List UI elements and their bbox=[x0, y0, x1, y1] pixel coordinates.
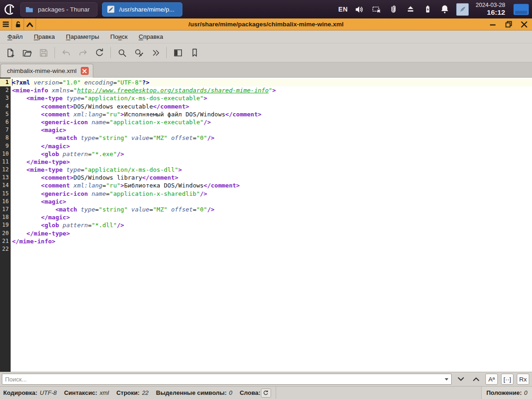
battery-icon[interactable] bbox=[422, 4, 433, 15]
workspace-switcher[interactable] bbox=[513, 3, 529, 16]
menu-help[interactable]: Справка bbox=[133, 31, 169, 42]
toolbar-new-document-button[interactable] bbox=[2, 45, 18, 60]
code-line: <comment xml:lang="ru">Библиотека DOS/Wi… bbox=[11, 181, 532, 189]
folder-icon bbox=[25, 5, 34, 14]
chimbalix-menu-button[interactable] bbox=[1, 1, 18, 18]
window-lock-button[interactable] bbox=[12, 18, 24, 30]
tab-chimbalix-mime-wine[interactable]: chimbalix-mime-wine.xml bbox=[0, 64, 93, 78]
words-label: Слова: bbox=[240, 389, 260, 396]
toolbar-find-replace-button[interactable] bbox=[130, 45, 147, 60]
redo-icon bbox=[78, 48, 88, 58]
volume-icon[interactable] bbox=[354, 4, 365, 15]
toolbar-side-pane-button[interactable] bbox=[169, 45, 186, 60]
code-line: <magic> bbox=[11, 198, 532, 206]
chevron-down-icon bbox=[457, 375, 465, 383]
code-line: <?xml version="1.0" encoding="UTF-8"?> bbox=[11, 79, 532, 86]
new-document-icon bbox=[5, 48, 16, 58]
toolbar-redo-button bbox=[74, 45, 91, 60]
syntax-value: xml bbox=[100, 389, 109, 396]
clock[interactable]: 2024-03-28 16:12 bbox=[476, 2, 505, 17]
code-line: </magic> bbox=[11, 213, 532, 221]
menu-edit[interactable]: Правка bbox=[28, 31, 60, 42]
toolbar-find-button[interactable] bbox=[114, 45, 130, 60]
task-label: /usr/share/mime/p... bbox=[119, 6, 174, 13]
feather-icon bbox=[107, 5, 115, 13]
selection-value: 0 bbox=[229, 389, 232, 396]
line-number: 11 bbox=[0, 158, 11, 166]
close-button[interactable] bbox=[516, 18, 532, 30]
clipboard-manager-icon[interactable] bbox=[388, 4, 399, 15]
toolbar-save-button bbox=[35, 45, 52, 60]
top-panel: packages - Thunar /usr/share/mime/p... E… bbox=[0, 0, 532, 18]
keyboard-layout-indicator[interactable]: EN bbox=[339, 6, 348, 13]
find-icon bbox=[117, 48, 127, 58]
menu-file[interactable]: Файл bbox=[2, 31, 28, 42]
refresh-icon bbox=[263, 390, 269, 396]
taskbar-item-featherpad[interactable]: /usr/share/mime/p... bbox=[102, 2, 182, 17]
restore-icon bbox=[505, 20, 513, 28]
lines-label: Строки: bbox=[116, 389, 139, 396]
position-label: Положение: bbox=[486, 389, 522, 396]
window-controls bbox=[485, 18, 532, 30]
toolbar-bookmark-button[interactable] bbox=[186, 45, 203, 60]
open-file-icon bbox=[22, 48, 32, 58]
match-case-toggle[interactable]: Aª bbox=[485, 374, 498, 385]
code-line: <magic> bbox=[11, 126, 532, 134]
line-number: 16 bbox=[0, 198, 11, 206]
line-number: 10 bbox=[0, 150, 11, 158]
notifications-bell-icon[interactable] bbox=[439, 4, 450, 15]
search-history-dropdown[interactable] bbox=[442, 374, 451, 384]
eject-removable-media-icon[interactable] bbox=[405, 4, 416, 15]
lines-value: 22 bbox=[142, 389, 148, 396]
line-number: 8 bbox=[0, 134, 11, 142]
clock-date: 2024-03-28 bbox=[476, 2, 505, 8]
undo-icon bbox=[61, 48, 72, 58]
find-previous-button[interactable] bbox=[470, 373, 482, 385]
tab-close-button[interactable] bbox=[81, 67, 89, 75]
taskbar: packages - Thunar /usr/share/mime/p... bbox=[20, 2, 182, 17]
search-input[interactable] bbox=[2, 376, 442, 383]
selection-label: Выделенные символы: bbox=[156, 389, 227, 396]
close-icon bbox=[520, 21, 528, 28]
toolbar-jump-to-button[interactable] bbox=[147, 45, 163, 60]
taskbar-item-thunar[interactable]: packages - Thunar bbox=[20, 2, 97, 17]
calculate-words-button[interactable] bbox=[261, 388, 271, 398]
toolbar-open-file-button[interactable] bbox=[18, 45, 35, 60]
search-bar: Aª [··] Rx bbox=[0, 372, 532, 386]
code-line: <comment>DOS/Windows executable</comment… bbox=[11, 103, 532, 110]
toolbar-reload-button[interactable] bbox=[91, 45, 108, 60]
minimize-button[interactable] bbox=[485, 18, 501, 30]
whole-word-toggle[interactable]: [··] bbox=[501, 374, 514, 385]
code-line: <generic-icon name="application-x-shared… bbox=[11, 190, 532, 198]
save-icon bbox=[38, 48, 49, 58]
menu-options[interactable]: Параметры bbox=[60, 31, 105, 42]
encoding-value: UTF-8 bbox=[40, 389, 57, 396]
syntax-label: Синтаксис: bbox=[64, 389, 97, 396]
find-next-button[interactable] bbox=[455, 373, 467, 385]
code-line bbox=[11, 245, 532, 253]
menu-search[interactable]: Поиск bbox=[105, 31, 133, 42]
code-line: <generic-icon name="application-x-execut… bbox=[11, 118, 532, 126]
task-label: packages - Thunar bbox=[38, 6, 90, 13]
window-shade-button[interactable] bbox=[24, 18, 36, 30]
maximize-button[interactable] bbox=[501, 18, 516, 30]
line-number: 7 bbox=[0, 126, 11, 134]
window-title: /usr/share/mime/packages/chimbalix-mime-… bbox=[0, 21, 532, 28]
code-line: <match type="string" value="MZ" offset="… bbox=[11, 206, 532, 213]
active-window-tray-icon[interactable] bbox=[456, 3, 469, 16]
chevron-up-icon bbox=[472, 375, 480, 383]
code-line: <glob pattern="*.exe"/> bbox=[11, 150, 532, 158]
line-number: 1 bbox=[0, 79, 11, 86]
code-line: <comment>DOS/Windows library</comment> bbox=[11, 174, 532, 181]
regex-toggle[interactable]: Rx bbox=[517, 374, 529, 385]
encoding-label: Кодировка: bbox=[3, 389, 37, 396]
status-bar: Кодировка: UTF-8 Синтаксис: xml Строки: … bbox=[0, 386, 532, 399]
tab-label: chimbalix-mime-wine.xml bbox=[7, 67, 77, 74]
menubar: ФайлПравкаПараметрыПоискСправка bbox=[0, 30, 532, 43]
window-menu-button[interactable] bbox=[0, 18, 12, 30]
status-left-group: Кодировка: UTF-8 Синтаксис: xml Строки: … bbox=[0, 387, 276, 399]
network-offline-icon[interactable] bbox=[371, 4, 382, 15]
editor-code-area[interactable]: <?xml version="1.0" encoding="UTF-8"?><m… bbox=[11, 78, 532, 372]
line-numbers-gutter: 12345678910111213141516171819202122 bbox=[0, 78, 11, 372]
bookmark-icon bbox=[189, 48, 200, 58]
